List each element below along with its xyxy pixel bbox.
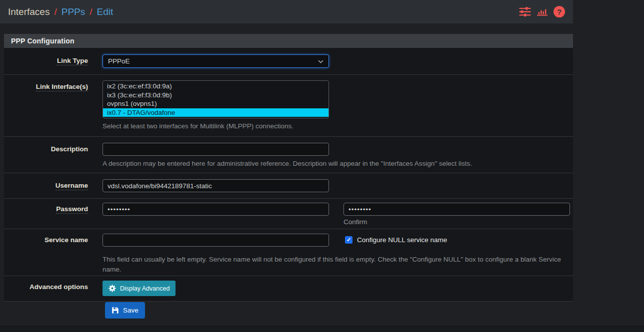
description-input[interactable] [102, 143, 329, 156]
service-name-input[interactable] [102, 234, 329, 247]
advanced-options-row: Advanced options [4, 276, 573, 301]
service-name-help: This field can usually be left empty. Se… [102, 255, 570, 275]
bar-chart-icon[interactable] [537, 7, 548, 16]
service-name-row: Service name ✓ Configure NULL service na… [4, 229, 573, 276]
breadcrumb-separator: / [54, 6, 56, 17]
save-label: Save [123, 307, 138, 314]
help-icon[interactable]: ? [554, 6, 565, 17]
link-type-row: Link Type PPPoE [4, 48, 573, 75]
configure-null-label: Configure NULL service name [357, 236, 447, 244]
username-label: Username [56, 179, 88, 190]
checkbox-checked-icon[interactable]: ✓ [345, 236, 352, 244]
floppy-disk-icon [112, 307, 119, 314]
panel-body: Link Type PPPoE Link Interface(s) [4, 48, 573, 302]
description-label: Description [51, 143, 88, 153]
display-advanced-button[interactable]: Display Advanced [102, 281, 176, 296]
list-option[interactable]: ovpns1 (ovpns1) [103, 99, 328, 108]
ppp-configuration-panel: PPP Configuration Link Type PPPoE [4, 34, 573, 302]
save-row: Save [105, 302, 145, 319]
breadcrumb-item-interfaces: Interfaces [8, 6, 50, 17]
panel-title: PPP Configuration [4, 34, 573, 48]
footer-strip [0, 326, 644, 332]
description-row: Description A description may be entered… [4, 137, 573, 173]
confirm-label: Confirm [344, 218, 570, 226]
breadcrumb-separator: / [90, 6, 92, 17]
breadcrumb-item-ppps[interactable]: PPPs [62, 6, 86, 17]
link-interfaces-row: Link Interface(s) ix2 (3c:ec:ef:f3:0d:9a… [4, 75, 573, 137]
gear-icon [108, 285, 116, 292]
username-row: Username [4, 173, 573, 199]
password-row: Password Confirm [4, 199, 573, 229]
chevron-down-icon [318, 57, 324, 65]
list-option[interactable]: ix2 (3c:ec:ef:f3:0d:9a) [103, 82, 328, 91]
topbar-icons: ? [519, 6, 565, 17]
link-interfaces-label: Link Interface(s) [36, 80, 88, 91]
service-name-label: Service name [44, 234, 88, 244]
breadcrumb-bar: Interfaces / PPPs / Edit ? [0, 0, 573, 23]
link-type-selected-value: PPPoE [108, 57, 130, 65]
list-option-selected[interactable]: ix0.7 - DTAG/vodafone [103, 108, 328, 117]
link-interfaces-listbox[interactable]: ix2 (3c:ec:ef:f3:0d:9a) ix3 (3c:ec:ef:f3… [102, 80, 329, 118]
save-button[interactable]: Save [105, 302, 145, 319]
password-confirm-input[interactable] [344, 203, 570, 216]
description-help: A description may be entered here for ad… [102, 159, 570, 169]
link-interfaces-help: Select at least two interfaces for Multi… [102, 121, 570, 131]
display-advanced-label: Display Advanced [120, 285, 170, 292]
link-type-label: Link Type [57, 54, 88, 65]
sliders-icon[interactable] [519, 7, 531, 16]
username-input[interactable] [102, 179, 329, 192]
breadcrumb: Interfaces / PPPs / Edit [8, 6, 113, 17]
advanced-options-label: Advanced options [30, 281, 88, 291]
breadcrumb-item-edit[interactable]: Edit [97, 6, 114, 17]
configure-null-checkbox-group[interactable]: ✓ Configure NULL service name [345, 236, 447, 244]
link-type-select[interactable]: PPPoE [102, 54, 329, 68]
list-option[interactable]: ix3 (3c:ec:ef:f3:0d:9b) [103, 91, 328, 100]
password-label: Password [56, 203, 88, 214]
password-input[interactable] [102, 203, 329, 216]
